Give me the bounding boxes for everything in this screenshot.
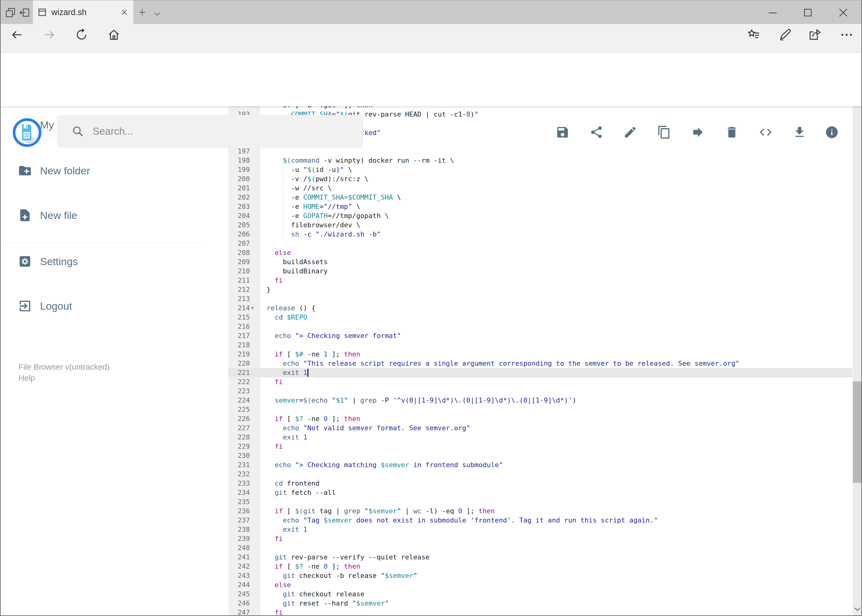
code-line[interactable]: 237 echo "Tag $semver does not exist in … bbox=[229, 516, 853, 525]
maximize-button[interactable] bbox=[804, 9, 812, 16]
sidebar-item-settings[interactable]: Settings bbox=[0, 248, 202, 275]
code-line[interactable]: 234 git fetch --all bbox=[229, 488, 853, 497]
code-line[interactable]: 207 bbox=[229, 239, 853, 248]
code-line[interactable]: 232 bbox=[229, 470, 853, 479]
refresh-button[interactable] bbox=[75, 28, 88, 41]
web-note-button[interactable] bbox=[778, 28, 791, 41]
page-scrollbar[interactable] bbox=[853, 53, 862, 616]
code-line[interactable]: 199 -u "$(id -u)" \ bbox=[229, 165, 853, 174]
code-line[interactable]: 233 cd frontend bbox=[229, 479, 853, 488]
code-line[interactable]: 229 fi bbox=[229, 442, 853, 451]
sidebar-divider bbox=[0, 242, 202, 243]
code-line[interactable]: 209 buildAssets bbox=[229, 258, 853, 267]
code-line[interactable]: 220 echo "This release script requires a… bbox=[229, 359, 853, 368]
code-line[interactable]: 206 sh -c "./wizard.sh -b" bbox=[229, 230, 853, 239]
browser-tab[interactable]: wizard.sh bbox=[33, 0, 133, 24]
code-button[interactable] bbox=[759, 125, 773, 139]
tabs-set-aside-button[interactable] bbox=[19, 7, 30, 18]
line-number: 220 bbox=[229, 359, 250, 368]
code-line[interactable]: 226 if [ $? -ne 0 ]; then bbox=[229, 414, 853, 423]
edit-button[interactable] bbox=[623, 125, 637, 139]
move-button[interactable] bbox=[691, 125, 705, 139]
code-line[interactable]: 224 semver=$(echo "$1" | grep -P '^v(0|[… bbox=[229, 396, 853, 405]
sidebar-item-logout[interactable]: Logout bbox=[0, 293, 202, 319]
code-text: -e COMMIT_SHA=$COMMIT_SHA \ bbox=[266, 193, 401, 202]
code-line[interactable]: 200 -v /$(pwd):/src:z \ bbox=[229, 174, 853, 184]
tab-title: wizard.sh bbox=[51, 8, 121, 17]
scrollbar-thumb[interactable] bbox=[853, 381, 862, 483]
code-line[interactable]: 214▾release () { bbox=[229, 303, 853, 313]
hub-favorites-button[interactable] bbox=[747, 28, 760, 41]
sidebar-item-new-folder[interactable]: New folder bbox=[0, 157, 202, 184]
copy-button[interactable] bbox=[657, 125, 671, 139]
help-link[interactable]: Help bbox=[19, 373, 35, 383]
code-text: cd frontend bbox=[266, 479, 320, 488]
code-text: exit 1 bbox=[266, 433, 307, 442]
tab-close-icon[interactable] bbox=[121, 9, 128, 16]
code-line[interactable]: 210 buildBinary bbox=[229, 267, 853, 276]
code-line[interactable]: 201 -w //src \ bbox=[229, 184, 853, 193]
code-line[interactable]: 208 else bbox=[229, 248, 853, 258]
search-input[interactable] bbox=[92, 125, 339, 137]
code-line[interactable]: 231 echo "> Checking matching $semver in… bbox=[229, 460, 853, 470]
code-line[interactable]: 203 -e HOME="//tmp" \ bbox=[229, 202, 853, 211]
minimize-button[interactable] bbox=[769, 12, 777, 14]
delete-button[interactable] bbox=[725, 125, 739, 139]
forward-button[interactable] bbox=[43, 28, 56, 41]
code-line[interactable]: 246 git reset --hard "$semver" bbox=[229, 599, 853, 608]
code-line[interactable]: 235 bbox=[229, 497, 853, 506]
code-line[interactable]: 222 fi bbox=[229, 377, 853, 387]
code-line[interactable]: 221 exit 1 bbox=[229, 368, 853, 377]
code-line-partial[interactable]: if [ -d ".git" ]; then bbox=[229, 106, 853, 110]
fold-arrow-icon[interactable]: ▾ bbox=[251, 303, 254, 313]
code-line[interactable]: 240 bbox=[229, 544, 853, 553]
code-line[interactable]: 243 git checkout -b release "$semver" bbox=[229, 571, 853, 580]
code-line[interactable]: 202 -e COMMIT_SHA=$COMMIT_SHA \ bbox=[229, 193, 853, 202]
code-line[interactable]: 219 if [ $# -ne 1 ]; then bbox=[229, 350, 853, 359]
code-line[interactable]: 213 bbox=[229, 294, 853, 303]
code-line[interactable]: 242 if [ $? -ne 0 ]; then bbox=[229, 562, 853, 571]
indent-guide bbox=[283, 220, 283, 230]
code-line[interactable]: 225 bbox=[229, 405, 853, 414]
code-line[interactable]: 247 fi bbox=[229, 608, 853, 616]
code-line[interactable]: 239 fi bbox=[229, 534, 853, 544]
code-line[interactable]: 198 $(command -v winpty) docker run --rm… bbox=[229, 156, 853, 165]
line-number: 222 bbox=[229, 377, 250, 387]
code-line[interactable]: 241 git rev-parse --verify --quiet relea… bbox=[229, 553, 853, 562]
code-line[interactable]: 223 bbox=[229, 387, 853, 396]
save-button[interactable] bbox=[555, 125, 570, 139]
code-line[interactable]: 230 bbox=[229, 451, 853, 460]
share-page-button[interactable] bbox=[808, 28, 821, 41]
new-tab-button[interactable] bbox=[137, 8, 147, 17]
line-number: 227 bbox=[229, 423, 250, 433]
code-line[interactable]: 205 filebrowser/dev \ bbox=[229, 220, 853, 230]
info-button[interactable] bbox=[825, 125, 839, 139]
home-button[interactable] bbox=[107, 28, 121, 41]
code-line[interactable]: 228 exit 1 bbox=[229, 433, 853, 442]
code-editor[interactable]: if [ -d ".git" ]; then193 COMMIT_SHA="$(… bbox=[229, 106, 853, 616]
scroll-down-icon[interactable] bbox=[853, 604, 862, 614]
code-line[interactable]: 236 if [ $(git tag | grep "$semver" | wc… bbox=[229, 506, 853, 516]
code-line[interactable]: 245 git checkout release bbox=[229, 589, 853, 599]
tab-previews-button[interactable] bbox=[5, 7, 16, 18]
code-line[interactable]: 211 fi bbox=[229, 276, 853, 285]
download-button[interactable] bbox=[793, 125, 807, 139]
code-line[interactable]: 204 -e GOPATH=//tmp/gopath \ bbox=[229, 211, 853, 220]
search-box[interactable] bbox=[57, 115, 363, 148]
code-line[interactable]: 216 bbox=[229, 322, 853, 331]
sidebar-item-new-file[interactable]: New file bbox=[0, 202, 202, 228]
code-text: exit 1 bbox=[266, 368, 307, 377]
code-line[interactable]: 215 cd $REPO bbox=[229, 313, 853, 322]
back-button[interactable] bbox=[10, 28, 24, 41]
code-line[interactable]: 217 echo "> Checking semver format" bbox=[229, 331, 853, 341]
code-line[interactable]: 218 bbox=[229, 341, 853, 350]
tab-list-button[interactable] bbox=[153, 9, 162, 18]
close-window-button[interactable] bbox=[839, 9, 847, 17]
more-options-button[interactable] bbox=[840, 28, 853, 41]
share-button[interactable] bbox=[589, 125, 604, 139]
code-line[interactable]: 244 else bbox=[229, 580, 853, 589]
code-line[interactable]: 197 bbox=[229, 147, 853, 156]
code-line[interactable]: 227 echo "Not valid semver format. See s… bbox=[229, 423, 853, 433]
code-line[interactable]: 212} bbox=[229, 285, 853, 294]
code-line[interactable]: 238 exit 1 bbox=[229, 525, 853, 534]
